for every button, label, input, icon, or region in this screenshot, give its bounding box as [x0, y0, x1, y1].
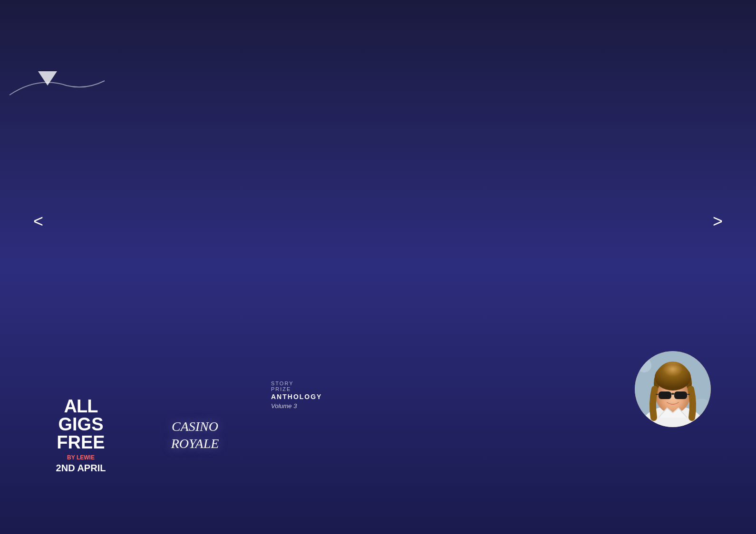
book-2-text: CASINOROYALE — [162, 409, 229, 462]
book-3-label2: PRIZE — [271, 386, 322, 392]
author-avatar — [635, 351, 711, 427]
book-1-sub: BY LEWIE — [56, 454, 106, 461]
book-card-3[interactable]: STORY PRIZE ANTHOLOGY Volume 3 — [257, 366, 361, 504]
next-arrow[interactable]: > — [708, 211, 727, 231]
book-2-title: CASINOROYALE — [171, 418, 219, 453]
svg-rect-33 — [687, 394, 690, 395]
book-1-line3: FREE — [56, 433, 106, 451]
book-1-text: ALL GIGS FREE BY LEWIE 2ND APRIL — [56, 397, 106, 474]
book-3-label3: ANTHOLOGY — [271, 393, 322, 400]
main-content: 640 X 80 ALL GIGS FREE — [0, 300, 594, 518]
prev-arrow[interactable]: < — [29, 211, 48, 231]
svg-rect-32 — [656, 394, 659, 395]
svg-point-28 — [655, 364, 691, 391]
bottom-section: 640 X 80 ALL GIGS FREE — [0, 300, 756, 518]
book-3-label1: STORY — [271, 381, 322, 386]
svg-rect-31 — [671, 393, 674, 395]
book-grid: ALL GIGS FREE BY LEWIE 2ND APRIL — [29, 366, 580, 504]
book-1-date: 2ND APRIL — [56, 463, 106, 474]
svg-rect-29 — [659, 391, 671, 399]
book-1-line2: GIGS — [56, 415, 106, 433]
svg-rect-30 — [674, 391, 687, 399]
book-1-line1: ALL — [56, 397, 106, 415]
avatar-svg — [635, 351, 711, 427]
book-3-label4: Volume 3 — [271, 402, 322, 410]
book-3-text: STORY PRIZE ANTHOLOGY Volume 3 — [264, 374, 329, 416]
